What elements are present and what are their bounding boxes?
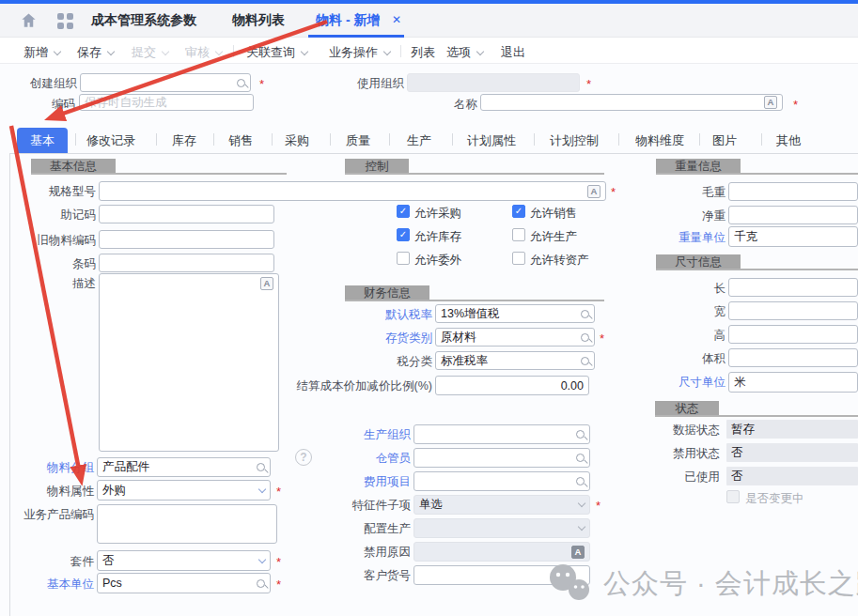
tab-material-list[interactable]: 物料列表 <box>232 12 285 29</box>
barcode-input[interactable] <box>104 256 269 270</box>
tab-plan-ctrl[interactable]: 计划控制 <box>550 132 599 149</box>
name-field[interactable]: A <box>480 94 783 111</box>
customer-no-label: 客户货号 <box>335 569 411 583</box>
chevron-down-icon[interactable] <box>258 555 266 562</box>
tax-class-field[interactable]: 标准税率 <box>435 351 595 370</box>
disable-reason-label: 禁用原因 <box>335 546 411 560</box>
default-tax-label[interactable]: 默认税率 <box>357 308 432 322</box>
tab-cost-params[interactable]: 成本管理系统参数 <box>91 12 196 29</box>
suite-select[interactable]: 否 <box>97 550 271 571</box>
weight-unit-field[interactable]: 千克 <box>728 226 858 247</box>
tab-modify-log[interactable]: 修改记录 <box>86 132 135 149</box>
name-input[interactable] <box>486 96 764 109</box>
base-unit-field[interactable]: Pcs <box>97 573 271 593</box>
old-code-field[interactable] <box>99 230 274 249</box>
spec-input[interactable] <box>104 185 587 198</box>
used-value-field: 否 <box>726 467 858 485</box>
business-ops-button[interactable]: 业务操作 <box>329 44 378 61</box>
allow-outsourcing-checkbox[interactable] <box>397 252 410 265</box>
description-field[interactable]: A <box>99 273 279 452</box>
size-unit-label[interactable]: 尺寸单位 <box>650 376 725 390</box>
list-button[interactable]: 列表 <box>411 44 435 61</box>
prod-org-label[interactable]: 生产组织 <box>335 428 411 442</box>
home-icon[interactable] <box>20 11 38 29</box>
stock-category-field[interactable]: 原材料 <box>435 328 595 346</box>
related-query-button[interactable]: 关联查询 <box>246 44 295 61</box>
width-field[interactable] <box>728 301 858 320</box>
allow-inventory-checkbox[interactable]: ✓ <box>397 228 410 241</box>
old-code-input[interactable] <box>104 233 269 246</box>
allow-production-checkbox[interactable] <box>512 228 525 241</box>
required-asterisk: * <box>276 485 281 498</box>
apps-grid-icon[interactable] <box>57 13 73 29</box>
tab-material-dim[interactable]: 物料维度 <box>635 132 684 149</box>
base-unit-label[interactable]: 基本单位 <box>19 578 94 592</box>
tab-picture[interactable]: 图片 <box>712 132 737 149</box>
allow-purchase-checkbox[interactable]: ✓ <box>397 205 410 218</box>
close-tab-icon[interactable]: ✕ <box>392 13 401 26</box>
default-tax-field[interactable]: 13%增值税 <box>435 304 595 323</box>
biz-product-code-field[interactable] <box>97 504 277 544</box>
material-group-field[interactable]: 产品配件 <box>97 457 271 477</box>
warehouse-keeper-label[interactable]: 仓管员 <box>335 452 411 466</box>
new-button[interactable]: 新增 <box>23 44 48 61</box>
create-org-input[interactable] <box>86 76 237 89</box>
weight-unit-label[interactable]: 重量单位 <box>650 231 725 245</box>
description-textarea[interactable] <box>104 277 260 303</box>
code-input[interactable] <box>85 96 248 109</box>
chevron-down-icon[interactable] <box>258 485 266 492</box>
exit-button[interactable]: 退出 <box>501 44 525 61</box>
help-icon[interactable]: ? <box>295 449 312 466</box>
expense-item-input[interactable] <box>419 475 576 488</box>
tab-quality[interactable]: 质量 <box>346 132 370 149</box>
used-label: 已使用 <box>645 470 720 485</box>
spec-field[interactable]: A <box>99 181 606 201</box>
gross-weight-field[interactable] <box>728 182 858 201</box>
warehouse-keeper-field[interactable] <box>413 448 590 468</box>
net-weight-input[interactable] <box>734 208 852 222</box>
warehouse-keeper-input[interactable] <box>419 452 576 465</box>
volume-field[interactable] <box>728 348 858 367</box>
expense-item-field[interactable] <box>413 471 590 491</box>
allow-sales-checkbox[interactable]: ✓ <box>512 205 525 218</box>
volume-input[interactable] <box>734 351 852 364</box>
create-org-field[interactable] <box>80 73 251 92</box>
multilang-icon[interactable]: A <box>260 277 273 290</box>
code-field[interactable] <box>79 94 254 111</box>
multilang-icon[interactable]: A <box>587 185 601 198</box>
mnemonic-input[interactable] <box>104 208 269 221</box>
cost-adjust-field[interactable]: 0.00 <box>435 376 589 395</box>
barcode-field[interactable] <box>99 254 274 272</box>
tab-production[interactable]: 生产 <box>407 132 431 149</box>
save-button[interactable]: 保存 <box>77 44 101 61</box>
allow-to-asset-checkbox[interactable] <box>512 252 525 265</box>
stock-category-label[interactable]: 存货类别 <box>357 331 432 346</box>
tab-sales[interactable]: 销售 <box>228 132 253 149</box>
biz-product-code-textarea[interactable] <box>102 508 272 534</box>
multilang-icon[interactable]: A <box>764 96 777 109</box>
material-attr-select[interactable]: 外购 <box>97 480 271 500</box>
tab-material-new[interactable]: 物料 - 新增 <box>316 12 380 29</box>
prod-org-input[interactable] <box>419 428 576 441</box>
material-group-label[interactable]: 物料分组 <box>19 461 94 475</box>
height-field[interactable] <box>728 325 858 344</box>
gross-weight-input[interactable] <box>734 185 852 198</box>
length-input[interactable] <box>734 281 852 294</box>
length-field[interactable] <box>728 278 858 297</box>
size-unit-field[interactable]: 米 <box>728 372 858 393</box>
width-input[interactable] <box>734 304 852 317</box>
tab-purchase[interactable]: 采购 <box>285 132 309 149</box>
required-asterisk: * <box>586 78 591 90</box>
tab-other[interactable]: 其他 <box>776 132 801 149</box>
options-button[interactable]: 选项 <box>446 44 471 61</box>
mnemonic-field[interactable] <box>99 205 274 223</box>
tab-plan-attr[interactable]: 计划属性 <box>467 132 516 149</box>
spec-label: 规格型号 <box>21 185 96 199</box>
expense-item-label[interactable]: 费用项目 <box>335 475 411 489</box>
tab-inventory[interactable]: 库存 <box>172 132 196 149</box>
prod-org-field[interactable] <box>413 424 590 444</box>
height-input[interactable] <box>734 328 852 341</box>
toolbar-separator <box>400 45 401 57</box>
tab-basic[interactable]: 基本 <box>17 128 68 153</box>
net-weight-field[interactable] <box>728 206 858 224</box>
